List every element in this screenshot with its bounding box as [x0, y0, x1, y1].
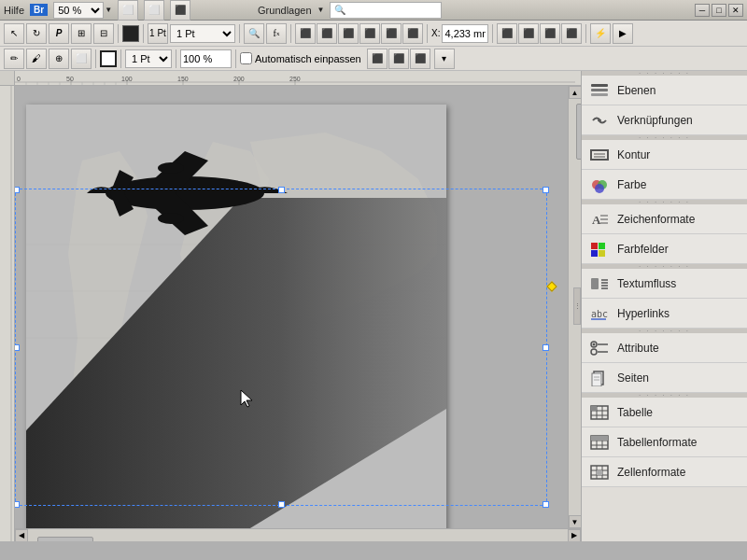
- stroke-weight[interactable]: 1 Pt: [148, 23, 168, 44]
- grundlagen-down-icon[interactable]: ▼: [317, 6, 325, 14]
- handle-top-left[interactable]: [15, 187, 20, 193]
- view-btn-2[interactable]: ⬜: [144, 0, 164, 21]
- dist-v[interactable]: ⬛: [518, 23, 539, 44]
- x-input[interactable]: [442, 24, 488, 43]
- close-button[interactable]: ✕: [728, 4, 743, 17]
- align-bottom[interactable]: ⬛: [402, 23, 423, 44]
- join-style[interactable]: ⬛: [388, 49, 409, 69]
- help-menu[interactable]: Hilfe: [4, 5, 24, 16]
- svg-rect-72: [591, 406, 597, 411]
- percent-input[interactable]: [180, 49, 232, 68]
- svg-rect-47: [591, 243, 598, 249]
- tool-group1[interactable]: ⊞: [71, 23, 92, 44]
- panel-item-textumfluss[interactable]: Textumfluss: [582, 269, 747, 299]
- minimize-button[interactable]: ─: [695, 4, 710, 17]
- sep9: [120, 49, 121, 68]
- zoom-down-icon[interactable]: ▼: [105, 6, 112, 14]
- svg-point-60: [593, 343, 596, 345]
- cap-style[interactable]: ⬛: [367, 49, 388, 69]
- sep6: [492, 24, 493, 43]
- end-style[interactable]: ⬛: [410, 49, 430, 69]
- tool-arrow[interactable]: ↖: [4, 23, 24, 44]
- svg-text:abc: abc: [591, 309, 608, 319]
- panel-item-ebenen[interactable]: Ebenen: [582, 76, 747, 105]
- handle-mid-right[interactable]: [543, 344, 549, 351]
- svg-rect-33: [591, 84, 608, 87]
- dist-h[interactable]: ⬛: [497, 23, 517, 44]
- handle-bottom-right[interactable]: [543, 501, 549, 508]
- lightning-btn[interactable]: ⚡: [590, 23, 611, 44]
- dist-btns: ⬛ ⬛ ⬛ ⬛: [497, 23, 582, 44]
- dist-y[interactable]: ⬛: [561, 23, 582, 44]
- align-middle[interactable]: ⬛: [381, 23, 402, 44]
- scroll-right-btn[interactable]: ▶: [568, 529, 581, 542]
- textumfluss-label: Textumfluss: [617, 277, 676, 290]
- yellow-handle[interactable]: [546, 281, 557, 291]
- svg-rect-48: [599, 243, 605, 249]
- tool-eraser[interactable]: ⬜: [71, 49, 92, 69]
- expand-btn[interactable]: ▶: [613, 23, 633, 44]
- view-btn-3[interactable]: ⬛: [170, 0, 190, 21]
- sep8: [95, 49, 96, 68]
- br-badge: Br: [30, 4, 48, 16]
- cell-styles-icon: [589, 464, 610, 481]
- sep2: [143, 24, 144, 43]
- view-btn-1[interactable]: ⬜: [118, 0, 138, 21]
- zoom-select[interactable]: 50 % 75 % 100 %: [53, 2, 104, 19]
- panel-item-farbe[interactable]: Farbe: [582, 170, 747, 200]
- svg-rect-51: [591, 278, 599, 289]
- svg-text:200: 200: [233, 76, 245, 82]
- pt-select[interactable]: 1 Pt: [125, 49, 172, 68]
- tool-group2[interactable]: ⊟: [93, 23, 114, 44]
- sep4: [290, 24, 291, 43]
- panel-item-zeichenformate[interactable]: A Zeichenformate: [582, 204, 747, 234]
- handle-top-right[interactable]: [543, 187, 549, 193]
- restore-button[interactable]: □: [712, 4, 726, 17]
- tool-formula[interactable]: fx: [266, 23, 287, 44]
- panel-collapse-handle[interactable]: ⋮: [573, 287, 581, 325]
- tabelle-label: Tabelle: [617, 406, 653, 419]
- panel-item-tabelle[interactable]: Tabelle: [582, 398, 747, 427]
- tool-brush[interactable]: 🖌: [26, 49, 47, 69]
- panel-item-seiten[interactable]: Seiten: [582, 363, 747, 393]
- stroke-select[interactable]: 1 Pt: [170, 24, 235, 43]
- panel-item-hyperlinks[interactable]: abc Hyperlinks: [582, 299, 747, 329]
- panel-item-farbfelder[interactable]: Farbfelder: [582, 234, 747, 264]
- search-box[interactable]: 🔍: [330, 2, 442, 19]
- align-center[interactable]: ⬛: [317, 23, 337, 44]
- auto-fit-checkbox[interactable]: [240, 52, 252, 64]
- scroll-up-btn[interactable]: ▲: [569, 86, 582, 99]
- sep7: [585, 24, 586, 43]
- svg-text:100: 100: [121, 76, 133, 82]
- map-background: [26, 105, 446, 528]
- tool-text[interactable]: P: [49, 23, 69, 44]
- fill-swatch[interactable]: [122, 25, 139, 42]
- panel-item-verknuepfungen[interactable]: Verknüpfungen: [582, 105, 747, 135]
- tool-rotate[interactable]: ↻: [26, 23, 47, 44]
- auto-fit-label[interactable]: Automatisch einpassen: [240, 52, 361, 64]
- align-right[interactable]: ⬛: [338, 23, 359, 44]
- canvas-area[interactable]: 0 50 100 150 200 250: [0, 71, 581, 541]
- tool-zoom[interactable]: 🔍: [244, 23, 264, 44]
- panel-item-tabellenformate[interactable]: Tabellenformate: [582, 427, 747, 457]
- panel-item-attribute[interactable]: Attribute: [582, 333, 747, 363]
- svg-text:A: A: [592, 213, 601, 227]
- align-left[interactable]: ⬛: [295, 23, 316, 44]
- handle-bottom-left[interactable]: [15, 501, 20, 508]
- tool-eyedrop[interactable]: ⊕: [49, 49, 69, 69]
- stroke-align[interactable]: ▾: [434, 49, 455, 69]
- svg-point-42: [595, 184, 604, 193]
- tool-pencil[interactable]: ✏: [4, 49, 24, 69]
- scroll-down-btn[interactable]: ▼: [569, 515, 582, 528]
- align-btns: ⬛ ⬛ ⬛ ⬛ ⬛ ⬛: [295, 23, 423, 44]
- horizontal-scrollbar[interactable]: ◀ ▶: [15, 528, 581, 541]
- stroke-color[interactable]: [100, 50, 117, 67]
- panel-item-zellenformate[interactable]: Zellenformate: [582, 457, 747, 487]
- align-top[interactable]: ⬛: [359, 23, 380, 44]
- panel-item-kontur[interactable]: Kontur: [582, 140, 747, 170]
- svg-rect-50: [599, 250, 605, 257]
- percent-box: [180, 49, 232, 68]
- handle-mid-left[interactable]: [15, 344, 20, 351]
- scroll-left-btn[interactable]: ◀: [15, 529, 28, 542]
- dist-x[interactable]: ⬛: [540, 23, 560, 44]
